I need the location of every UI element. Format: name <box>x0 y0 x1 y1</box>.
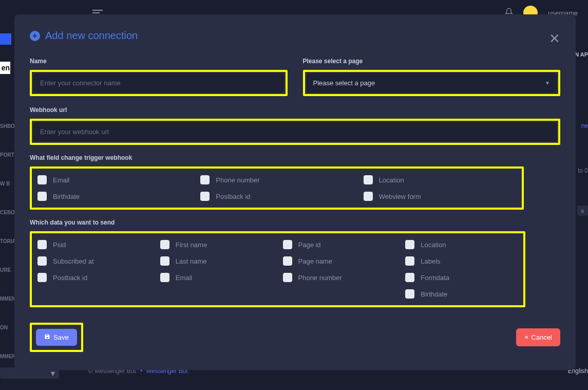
page-label: Please select a page <box>303 58 561 65</box>
send-label: Which data you want to send <box>30 219 560 226</box>
checkbox-label: Labels <box>421 257 440 265</box>
checkbox-icon <box>364 175 373 184</box>
send-phone2[interactable]: Phone number <box>283 273 395 282</box>
checkbox-icon <box>200 192 210 201</box>
close-icon[interactable]: ✕ <box>549 30 560 45</box>
modal-footer: Save ✕ Cancel <box>30 323 560 352</box>
checkbox-label: Phone number <box>216 176 259 184</box>
sidebar-fragment: SHBO PORT W B CEBO TORIA URE MMEN ON MME… <box>0 26 15 390</box>
highlight-send: PsidFirst namePage idLocationSubscribed … <box>30 231 525 307</box>
checkbox-label: Postback id <box>216 193 250 200</box>
checkbox-label: Last name <box>176 257 207 265</box>
name-input[interactable] <box>32 72 285 94</box>
send-birthdate2[interactable]: Birthdate <box>405 289 518 299</box>
triggers-label: What field change trigger webhook <box>30 154 560 161</box>
trigger-birthdate[interactable]: Birthdate <box>37 192 190 201</box>
page-select[interactable]: Please select a page ▼ <box>306 72 558 94</box>
triggers-section: What field change trigger webhook EmailP… <box>30 154 560 210</box>
checkbox-icon <box>37 240 47 249</box>
checkbox-label: Birthdate <box>421 290 447 298</box>
checkbox-label: Formdata <box>421 274 449 282</box>
checkbox-label: Phone number <box>298 274 342 282</box>
checkbox-icon <box>37 256 47 266</box>
save-button[interactable]: Save <box>36 329 77 346</box>
checkbox-icon <box>160 240 169 249</box>
checkbox-icon <box>405 273 414 282</box>
send-lastname[interactable]: Last name <box>160 256 273 266</box>
send-email2[interactable]: Email <box>160 273 273 282</box>
trigger-location[interactable]: Location <box>364 175 516 184</box>
highlight-name <box>30 70 288 96</box>
checkbox-label: Page name <box>298 257 333 265</box>
highlight-save: Save <box>30 323 83 352</box>
highlight-webhook <box>30 119 560 145</box>
name-group: Name <box>30 58 288 96</box>
checkbox-icon <box>37 192 47 201</box>
page-group: Please select a page Please select a pag… <box>303 58 561 96</box>
send-subscribed[interactable]: Subscribed at <box>37 256 150 266</box>
send-pageid[interactable]: Page id <box>283 240 395 249</box>
checkbox-label: Location <box>421 241 446 249</box>
bg-right-fragment-3: to 0 <box>578 167 588 174</box>
send-pagename[interactable]: Page name <box>283 256 395 266</box>
checkbox-label: Webview form <box>379 193 421 200</box>
webhook-group: Webhook url <box>30 106 560 145</box>
modal-title: + Add new connection <box>30 30 138 42</box>
checkbox-label: First name <box>176 241 207 249</box>
bg-right-fragment-2: ne <box>581 122 588 129</box>
send-location2[interactable]: Location <box>405 240 518 249</box>
send-postback2[interactable]: Postback id <box>37 273 150 282</box>
checkbox-icon <box>200 175 210 184</box>
checkbox-label: Birthdate <box>53 193 80 200</box>
cancel-button[interactable]: ✕ Cancel <box>516 328 560 346</box>
trigger-phone[interactable]: Phone number <box>200 175 353 184</box>
checkbox-label: Location <box>379 176 404 184</box>
bg-right-fragment-4: s <box>577 206 589 216</box>
send-psid[interactable]: Psid <box>37 240 150 249</box>
save-icon <box>44 333 50 341</box>
checkbox-icon <box>283 240 292 249</box>
checkbox-icon <box>405 289 414 299</box>
highlight-page: Please select a page ▼ <box>303 70 561 96</box>
webhook-input[interactable] <box>32 121 558 142</box>
bg-right-fragment-1: N AP <box>575 51 588 58</box>
checkbox-icon <box>37 273 47 282</box>
webhook-label: Webhook url <box>30 106 560 114</box>
send-section: Which data you want to send PsidFirst na… <box>30 219 560 307</box>
send-formdata[interactable]: Formdata <box>405 273 518 282</box>
checkbox-icon <box>37 175 47 184</box>
caret-down-icon: ▼ <box>545 80 550 86</box>
trigger-webview[interactable]: Webview form <box>364 192 516 201</box>
checkbox-icon <box>283 256 292 266</box>
checkbox-icon <box>405 240 414 249</box>
name-label: Name <box>30 58 288 65</box>
checkbox-label: Page id <box>298 241 321 249</box>
highlight-triggers: EmailPhone numberLocationBirthdatePostba… <box>30 166 524 210</box>
page-select-value: Please select a page <box>313 79 375 87</box>
x-icon: ✕ <box>524 335 528 340</box>
checkbox-icon <box>283 273 292 282</box>
checkbox-icon <box>160 256 169 266</box>
checkbox-label: Psid <box>53 241 66 249</box>
plus-circle-icon: + <box>30 31 40 41</box>
trigger-email[interactable]: Email <box>37 175 190 184</box>
checkbox-icon <box>364 192 373 201</box>
checkbox-label: Postback id <box>53 274 87 282</box>
checkbox-label: Subscribed at <box>53 257 94 265</box>
checkbox-label: Email <box>176 274 193 282</box>
send-labels[interactable]: Labels <box>405 256 518 266</box>
checkbox-icon <box>405 256 414 266</box>
add-connection-modal: + Add new connection ✕ Name Please selec… <box>14 14 576 370</box>
checkbox-icon <box>160 273 169 282</box>
trigger-postback[interactable]: Postback id <box>200 192 353 201</box>
send-firstname[interactable]: First name <box>160 240 273 249</box>
modal-header: + Add new connection ✕ <box>30 30 560 45</box>
checkbox-label: Email <box>53 176 70 184</box>
